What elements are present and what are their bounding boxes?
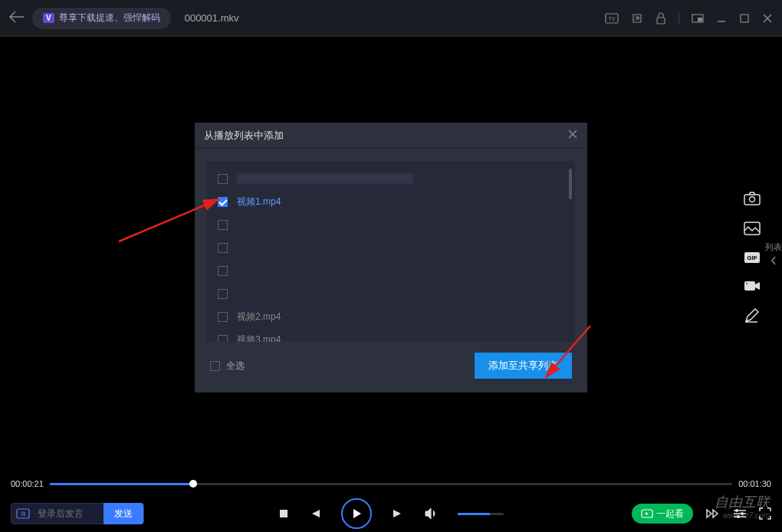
file-name: 视频3.mp4 bbox=[237, 333, 281, 343]
file-row[interactable] bbox=[207, 213, 575, 236]
file-checkbox[interactable] bbox=[218, 220, 228, 230]
file-row[interactable]: 视频3.mp4 bbox=[207, 328, 575, 342]
file-checkbox[interactable] bbox=[218, 266, 228, 276]
file-checkbox[interactable] bbox=[218, 174, 228, 184]
scrollbar-thumb[interactable] bbox=[569, 169, 572, 199]
select-all-checkbox[interactable]: 全选 bbox=[210, 360, 245, 373]
file-checkbox[interactable] bbox=[218, 197, 228, 207]
file-row[interactable]: 视频2.mp4 bbox=[207, 305, 575, 328]
add-from-playlist-dialog: 从播放列表中添加 视频1.mp4视频2.mp4视频3.mp4 全选 添加至共享列… bbox=[195, 123, 587, 392]
file-row[interactable] bbox=[207, 167, 575, 190]
file-row[interactable] bbox=[207, 282, 575, 305]
dialog-close-button[interactable] bbox=[567, 129, 578, 142]
select-all-label: 全选 bbox=[226, 360, 245, 373]
file-row[interactable]: 视频1.mp4 bbox=[207, 190, 575, 213]
file-name: 视频2.mp4 bbox=[237, 310, 281, 323]
dialog-body: 视频1.mp4视频2.mp4视频3.mp4 全选 添加至共享列表 bbox=[195, 149, 587, 392]
file-list[interactable]: 视频1.mp4视频2.mp4视频3.mp4 bbox=[207, 161, 575, 342]
file-row[interactable] bbox=[207, 236, 575, 259]
add-to-share-list-button[interactable]: 添加至共享列表 bbox=[475, 353, 572, 379]
checkbox-icon bbox=[210, 361, 220, 371]
file-name: 视频1.mp4 bbox=[237, 195, 281, 209]
file-checkbox[interactable] bbox=[218, 335, 228, 343]
dialog-footer: 全选 添加至共享列表 bbox=[207, 342, 575, 379]
dialog-title: 从播放列表中添加 bbox=[204, 129, 567, 143]
dialog-backdrop: 从播放列表中添加 视频1.mp4视频2.mp4视频3.mp4 全选 添加至共享列… bbox=[0, 0, 782, 532]
redacted-filename bbox=[237, 173, 413, 184]
dialog-header: 从播放列表中添加 bbox=[195, 123, 587, 149]
file-checkbox[interactable] bbox=[218, 243, 228, 253]
file-row[interactable] bbox=[207, 259, 575, 282]
file-checkbox[interactable] bbox=[218, 312, 228, 322]
file-checkbox[interactable] bbox=[218, 289, 228, 299]
